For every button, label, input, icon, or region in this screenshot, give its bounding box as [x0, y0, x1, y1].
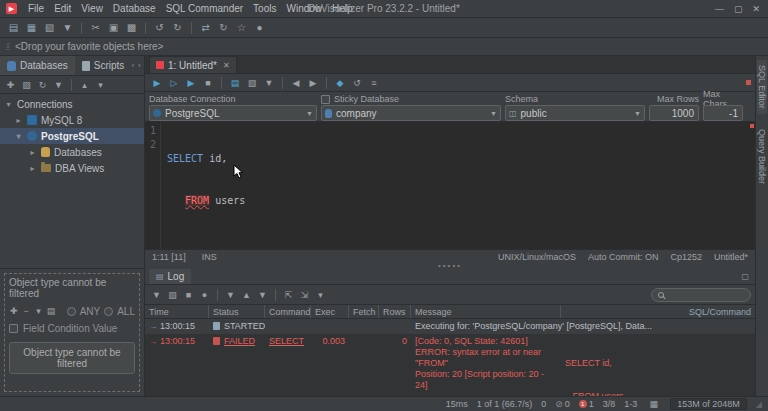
tab-sql-editor[interactable]: SQL Editor [757, 60, 767, 114]
column-header-exec[interactable]: Exec [311, 305, 349, 318]
max-rows-input[interactable]: 1000 [649, 105, 699, 121]
sticky-database-checkbox[interactable] [321, 95, 330, 104]
log-expand-icon[interactable]: ⇱ [281, 288, 296, 302]
history-back-icon[interactable]: ◀ [288, 76, 304, 90]
refresh-icon[interactable]: ↻ [215, 20, 232, 36]
tree-item-postgresql[interactable]: ▾ PostgreSQL [0, 128, 144, 144]
tree-item-mysql[interactable]: ▸ MySQL 8 [0, 112, 144, 128]
drag-handle-icon[interactable]: ⁞⁞ [6, 42, 9, 52]
log-clear-icon[interactable]: ■ [181, 288, 196, 302]
copy-icon[interactable]: ▣ [105, 20, 122, 36]
auto-commit-status[interactable]: Auto Commit: ON [588, 252, 659, 262]
collapse-arrow-icon[interactable]: ▾ [4, 100, 13, 109]
collapse-arrow-icon[interactable]: ▾ [14, 132, 23, 141]
schema-dropdown[interactable]: ◫ public ▼ [505, 105, 645, 121]
expand-arrow-icon[interactable]: ▸ [28, 148, 37, 157]
maximize-button[interactable]: ▢ [734, 4, 743, 14]
expand-arrow-icon[interactable]: ▸ [28, 164, 37, 173]
save-icon[interactable]: ▼ [59, 20, 76, 36]
execute-current-icon[interactable]: ▷ [166, 76, 182, 90]
filter-dropdown-icon[interactable]: ▾ [34, 304, 43, 318]
log-pin-icon[interactable]: ● [197, 288, 212, 302]
search-icon[interactable]: ● [251, 20, 268, 36]
undo-icon[interactable]: ↺ [151, 20, 168, 36]
close-tab-icon[interactable]: ✕ [223, 61, 230, 70]
log-row-started[interactable]: →13:00:15 STARTED Executing for: 'Postgr… [145, 319, 755, 334]
log-collapse-icon[interactable]: ⇲ [297, 288, 312, 302]
star-icon[interactable]: ☆ [233, 20, 250, 36]
menu-tools[interactable]: Tools [248, 3, 281, 14]
database-dropdown[interactable]: company ▼ [321, 105, 501, 121]
tab-log[interactable]: ▤ Log [149, 269, 191, 284]
max-chars-input[interactable]: -1 [703, 105, 743, 121]
radio-any[interactable] [67, 307, 76, 316]
filter-grid-icon[interactable]: ▤ [46, 304, 55, 318]
stop-icon[interactable]: ■ [200, 76, 216, 90]
command-link[interactable]: SELECT [269, 336, 304, 346]
minimize-button[interactable]: — [715, 4, 724, 14]
chevron-left-icon[interactable]: ‹ [131, 61, 134, 70]
new-editor-icon[interactable]: ▤ [227, 76, 243, 90]
menu-sql-commander[interactable]: SQL Commander [161, 3, 248, 14]
chevron-right-icon[interactable]: › [138, 61, 141, 70]
column-header-sql[interactable]: SQL/Command [561, 305, 755, 318]
menu-window[interactable]: Window [281, 3, 327, 14]
line-ending-format[interactable]: UNIX/Linux/macOS [498, 252, 576, 262]
code-area[interactable]: SELECT id, FROM users [161, 122, 245, 249]
history-forward-icon[interactable]: ▶ [305, 76, 321, 90]
sidebar-refresh-icon[interactable]: ↻ [35, 78, 50, 92]
resize-grip-icon[interactable]: ◢ [756, 400, 762, 409]
collapse-all-icon[interactable]: ▴ [77, 78, 92, 92]
encoding[interactable]: Cp1252 [670, 252, 702, 262]
close-button[interactable]: ✕ [752, 4, 760, 14]
rollback-icon[interactable]: ↺ [349, 76, 365, 90]
column-header-rows[interactable]: Rows [379, 305, 411, 318]
tab-query-builder[interactable]: Query Builder [757, 124, 767, 189]
add-filter-icon[interactable]: ✚ [9, 304, 18, 318]
create-connection-icon[interactable]: ✚ [3, 78, 18, 92]
maximize-panel-icon[interactable]: ▢ [741, 272, 751, 281]
format-sql-icon[interactable]: ≡ [366, 76, 382, 90]
expand-arrow-icon[interactable]: ▸ [14, 116, 23, 125]
load-script-icon[interactable]: ▧ [244, 76, 260, 90]
column-header-command[interactable]: Command [265, 305, 311, 318]
connect-icon[interactable]: ⇄ [197, 20, 214, 36]
column-header-time[interactable]: Time [145, 305, 209, 318]
paste-icon[interactable]: ▩ [123, 20, 140, 36]
memory-indicator[interactable]: 153M of 2048M [670, 398, 747, 410]
failed-link[interactable]: FAILED [224, 336, 255, 346]
sidebar-filter-icon[interactable]: ▼ [51, 78, 66, 92]
menu-edit[interactable]: Edit [49, 3, 76, 14]
layout-icon[interactable]: ▦ [646, 397, 661, 411]
log-sort-desc-icon[interactable]: ▼ [255, 288, 270, 302]
execute-explain-icon[interactable]: ▶ [183, 76, 199, 90]
radio-all[interactable] [104, 307, 113, 316]
commit-icon[interactable]: ◆ [332, 76, 348, 90]
remove-filter-icon[interactable]: − [21, 304, 30, 318]
menu-help[interactable]: Help [327, 3, 358, 14]
log-filter-icon[interactable]: ▼ [223, 288, 238, 302]
create-folder-icon[interactable]: ▧ [19, 78, 34, 92]
sql-editor[interactable]: 1 2 SELECT id, FROM users [145, 122, 755, 249]
menu-database[interactable]: Database [108, 3, 161, 14]
menu-view[interactable]: View [76, 3, 108, 14]
tab-scripts[interactable]: Scripts [75, 56, 132, 75]
tree-root-connections[interactable]: ▾ Connections [0, 96, 144, 112]
cut-icon[interactable]: ✂ [87, 20, 104, 36]
connection-dropdown[interactable]: PostgreSQL ▼ [149, 105, 317, 121]
redo-icon[interactable]: ↻ [169, 20, 186, 36]
tab-untitled[interactable]: 1: Untitled* ✕ [149, 56, 237, 73]
column-header-message[interactable]: Message [411, 305, 561, 318]
filter-disabled-button[interactable]: Object type cannot be filtered [9, 342, 135, 374]
field-condition-checkbox[interactable] [9, 324, 18, 333]
sidebar-settings-icon[interactable]: ▾ [93, 78, 108, 92]
new-sql-commander-icon[interactable]: ▤ [5, 20, 22, 36]
tree-item-dba-views[interactable]: ▸ DBA Views [0, 160, 144, 176]
log-save-icon[interactable]: ▼ [149, 288, 164, 302]
tab-databases[interactable]: Databases [0, 56, 75, 75]
tree-item-databases[interactable]: ▸ Databases [0, 144, 144, 160]
open-icon[interactable]: ▧ [41, 20, 58, 36]
log-search-input[interactable] [651, 288, 751, 302]
menu-file[interactable]: File [23, 3, 49, 14]
log-settings-icon[interactable]: ▾ [313, 288, 328, 302]
